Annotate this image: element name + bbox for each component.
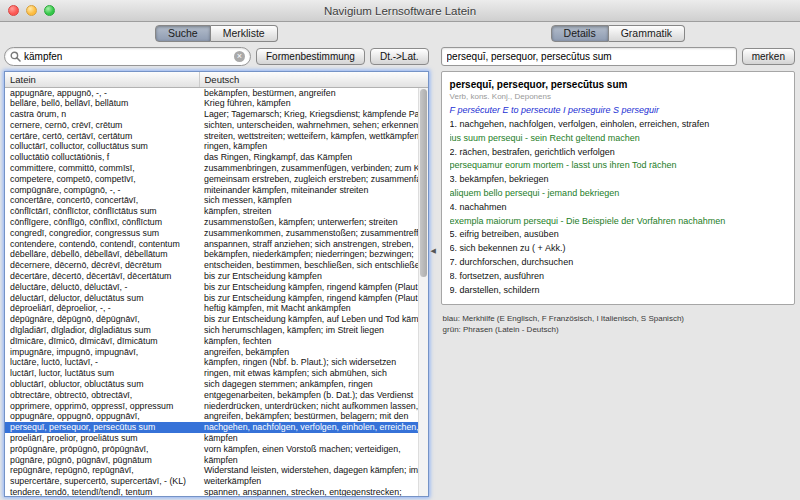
table-row[interactable]: repūgnāre, repūgnō, repūgnāvī,Widerstand… xyxy=(5,465,428,476)
cell-latein[interactable]: luctārī, luctor, luctātus sum xyxy=(5,368,199,379)
cell-deutsch[interactable]: sichten, unterscheiden, wahrnehmen, sehe… xyxy=(199,120,428,131)
table-row[interactable]: luctārī, luctor, luctātus sumringen, mit… xyxy=(5,368,428,379)
cell-deutsch[interactable]: kämpfen xyxy=(199,455,428,466)
word-input[interactable] xyxy=(441,47,737,66)
cell-latein[interactable]: certāre, certō, certāvī, certātum xyxy=(5,131,199,142)
table-row[interactable]: cōnflīctārī, cōnflīctor, cōnflīctātus su… xyxy=(5,206,428,217)
zoom-button[interactable] xyxy=(44,5,55,16)
cell-deutsch[interactable]: sich messen, kämpfen xyxy=(199,195,428,206)
cell-latein[interactable]: committere, committō, commīsī, xyxy=(5,163,199,174)
chevron-left-icon[interactable]: ◀ xyxy=(431,247,436,255)
search-input[interactable] xyxy=(24,51,234,62)
cell-deutsch[interactable]: miteinander kämpfen, miteinander streite… xyxy=(199,185,428,196)
cell-deutsch[interactable]: angreifen, bekämpfen; bestürmen, belager… xyxy=(199,411,428,422)
cell-deutsch[interactable]: gemeinsam erstreben, zugleich erstreben;… xyxy=(199,174,428,185)
cell-deutsch[interactable]: Widerstand leisten, widerstehen, dagegen… xyxy=(199,465,428,476)
cell-latein[interactable]: dēluctārī, dēluctor, dēluctātus sum xyxy=(5,293,199,304)
cell-latein[interactable]: cōnflīctārī, cōnflīctor, cōnflīctātus su… xyxy=(5,206,199,217)
cell-latein[interactable]: compūgnāre, compūgnō, -, - xyxy=(5,185,199,196)
table-row[interactable]: persequī, persequor, persecūtus sumnachg… xyxy=(5,422,428,433)
cell-latein[interactable]: dēbellāre, dēbellō, dēbellāvī, dēbellātu… xyxy=(5,249,199,260)
table-row[interactable]: cōnflīgere, cōnflīgō, cōnflīxī, cōnflīct… xyxy=(5,217,428,228)
table-row[interactable]: appugnāre, appugnō, -, -bekämpfen, bestü… xyxy=(5,87,428,98)
table-row[interactable]: tendere, tendō, tetendī/tendī, tentumspa… xyxy=(5,487,428,497)
cell-latein[interactable]: contendere, contendō, contendī, contentu… xyxy=(5,239,199,250)
merken-button[interactable]: merken xyxy=(742,48,795,65)
cell-latein[interactable]: opprimere, opprimō, oppressī, oppressum xyxy=(5,401,199,412)
column-header-latein[interactable]: Latein xyxy=(5,72,199,87)
cell-deutsch[interactable]: das Ringen, Ringkampf, das Kämpfen xyxy=(199,152,428,163)
tab-suche[interactable]: Suche xyxy=(155,25,211,42)
column-header-deutsch[interactable]: Deutsch xyxy=(199,72,428,87)
cell-deutsch[interactable]: sich herumschlagen, kämpfen; im Streit l… xyxy=(199,325,428,336)
table-row[interactable]: congredī, congredior, congressus sumzusa… xyxy=(5,228,428,239)
cell-deutsch[interactable]: weiterkämpfen xyxy=(199,476,428,487)
table-row[interactable]: dēcernere, dēcernō, dēcrēvī, dēcrētument… xyxy=(5,260,428,271)
search-field[interactable]: × xyxy=(4,47,251,66)
table-row[interactable]: dēproeliārī, dēproelior, -, -heftig kämp… xyxy=(5,303,428,314)
cell-deutsch[interactable]: entgegenarbeiten, bekämpfen (b. Dat.); d… xyxy=(199,390,428,401)
cell-deutsch[interactable]: bekämpfen, bestürmen, angreifen xyxy=(199,87,428,98)
cell-latein[interactable]: dēcernere, dēcernō, dēcrēvī, dēcrētum xyxy=(5,260,199,271)
cell-deutsch[interactable]: bekämpfen, niederkämpfen; niederringen; … xyxy=(199,249,428,260)
formenbestimmung-button[interactable]: Formenbestimmung xyxy=(256,48,365,65)
cell-latein[interactable]: impugnāre, impugnō, impugnāvī, xyxy=(5,347,199,358)
cell-deutsch[interactable]: bis zur Entscheidung kämpfen, ringend kä… xyxy=(199,282,428,293)
table-row[interactable]: concertāre, concertō, concertāvī,sich me… xyxy=(5,195,428,206)
table-row[interactable]: dīgladiārī, dīgladior, dīgladiātus sumsi… xyxy=(5,325,428,336)
table-row[interactable]: competere, competō, competīvī,gemeinsam … xyxy=(5,174,428,185)
scrollbar-thumb[interactable] xyxy=(420,89,427,277)
table-row[interactable]: dīmicāre, dīmicō, dīmicāvī, dīmicātumkäm… xyxy=(5,336,428,347)
cell-latein[interactable]: colluctārī, colluctor, colluctātus sum xyxy=(5,141,199,152)
cell-latein[interactable]: repūgnāre, repūgnō, repūgnāvī, xyxy=(5,465,199,476)
table-row[interactable]: cernere, cernō, crēvī, crētumsichten, un… xyxy=(5,120,428,131)
table-row[interactable]: impugnāre, impugnō, impugnāvī,angreifen,… xyxy=(5,347,428,358)
cell-latein[interactable]: cernere, cernō, crēvī, crētum xyxy=(5,120,199,131)
table-row[interactable]: dēluctārī, dēluctor, dēluctātus sumbis z… xyxy=(5,293,428,304)
table-row[interactable]: dēcertāre, dēcertō, dēcertāvī, dēcertātu… xyxy=(5,271,428,282)
table-row[interactable]: prōpūgnāre, prōpūgnō, prōpūgnāvī,vorn kä… xyxy=(5,444,428,455)
tab-merkliste[interactable]: Merkliste xyxy=(211,25,278,42)
table-row[interactable]: dēpūgnāre, dēpūgnō, dēpūgnāvī,bis zur En… xyxy=(5,314,428,325)
table-scrollbar[interactable] xyxy=(418,88,428,496)
clear-search-icon[interactable]: × xyxy=(234,51,245,62)
cell-deutsch[interactable]: Krieg führen, kämpfen xyxy=(199,98,428,109)
cell-latein[interactable]: persequī, persequor, persecūtus sum xyxy=(5,422,199,433)
cell-latein[interactable]: dēcertāre, dēcertō, dēcertāvī, dēcertātu… xyxy=(5,271,199,282)
cell-deutsch[interactable]: bis zur Entscheidung kämpfen, ringend kä… xyxy=(199,293,428,304)
table-row[interactable]: compūgnāre, compūgnō, -, -miteinander kä… xyxy=(5,185,428,196)
minimize-button[interactable] xyxy=(26,5,37,16)
cell-deutsch[interactable]: kämpfen, streiten xyxy=(199,206,428,217)
table-row[interactable]: dēbellāre, dēbellō, dēbellāvī, dēbellātu… xyxy=(5,249,428,260)
table-row[interactable]: dēluctāre, dēluctō, dēluctāvī, -bis zur … xyxy=(5,282,428,293)
cell-deutsch[interactable]: kämpfen xyxy=(199,433,428,444)
cell-latein[interactable]: luctāre, luctō, luctāvī, - xyxy=(5,357,199,368)
cell-latein[interactable]: colluctātiō colluctātiōnis, f xyxy=(5,152,199,163)
cell-deutsch[interactable]: streiten, wettstreiten; wetteifern, kämp… xyxy=(199,131,428,142)
cell-latein[interactable]: castra ōrum, n xyxy=(5,109,199,120)
table-row[interactable]: opprimere, opprimō, oppressī, oppressumn… xyxy=(5,401,428,412)
cell-deutsch[interactable]: nachgehen, nachfolgen, verfolgen, einhol… xyxy=(199,422,428,433)
cell-deutsch[interactable]: spannen, anspannen, strecken, entgegenst… xyxy=(199,487,428,497)
cell-latein[interactable]: dēpūgnāre, dēpūgnō, dēpūgnāvī, xyxy=(5,314,199,325)
table-row[interactable]: colluctātiō colluctātiōnis, fdas Ringen,… xyxy=(5,152,428,163)
cell-latein[interactable]: competere, competō, competīvī, xyxy=(5,174,199,185)
cell-latein[interactable]: obluctārī, obluctor, obluctātus sum xyxy=(5,379,199,390)
cell-deutsch[interactable]: Lager; Tagemarsch; Krieg, Kriegsdienst; … xyxy=(199,109,428,120)
table-row[interactable]: luctāre, luctō, luctāvī, -kämpfen, ringe… xyxy=(5,357,428,368)
cell-latein[interactable]: bellāre, bellō, bellāvī, bellātum xyxy=(5,98,199,109)
close-button[interactable] xyxy=(8,5,19,16)
cell-latein[interactable]: obtrectāre, obtrectō, obtrectāvī, xyxy=(5,390,199,401)
cell-latein[interactable]: proeliārī, proelior, proeliātus sum xyxy=(5,433,199,444)
cell-deutsch[interactable]: kämpfen, fechten xyxy=(199,336,428,347)
cell-latein[interactable]: concertāre, concertō, concertāvī, xyxy=(5,195,199,206)
cell-deutsch[interactable]: heftig kämpfen, mit Macht ankämpfen xyxy=(199,303,428,314)
cell-latein[interactable]: dēluctāre, dēluctō, dēluctāvī, - xyxy=(5,282,199,293)
panel-splitter[interactable]: ◀ xyxy=(431,22,439,500)
cell-latein[interactable]: tendere, tendō, tetendī/tendī, tentum xyxy=(5,487,199,497)
cell-deutsch[interactable]: ringen, kämpfen xyxy=(199,141,428,152)
cell-deutsch[interactable]: zusammenstoßen, kämpfen; unterwerfen; st… xyxy=(199,217,428,228)
cell-deutsch[interactable]: bis zur Entscheidung kämpfen xyxy=(199,271,428,282)
cell-deutsch[interactable]: zusammenkommen, zusammenstoßen; zusammen… xyxy=(199,228,428,239)
cell-latein[interactable]: dīgladiārī, dīgladior, dīgladiātus sum xyxy=(5,325,199,336)
